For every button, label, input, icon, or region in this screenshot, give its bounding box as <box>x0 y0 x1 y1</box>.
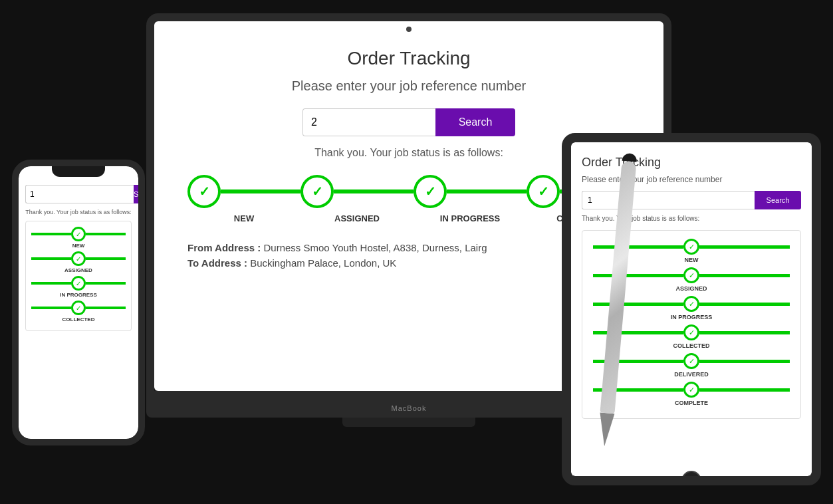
tablet-home-button[interactable] <box>681 471 701 485</box>
step-circle-inprogress: ✓ <box>414 175 447 208</box>
tablet-line-left-new <box>593 245 683 249</box>
step-line-assigned-inprogress <box>334 189 414 193</box>
from-address-value: Durness Smoo Youth Hostel, A838, Durness… <box>263 242 487 253</box>
tablet-step-complete: ✓ COMPLETE <box>593 382 790 406</box>
progress-step-inprogress: ✓ IN PROGRESS <box>414 175 527 223</box>
phone-line-left-new <box>31 233 71 235</box>
tablet-page-title: Order Tracking <box>582 156 801 170</box>
phone-screen: Search Thank you. Your job status is as … <box>19 166 138 439</box>
phone-step-label-new: NEW <box>72 243 85 249</box>
phone-line-left-collected <box>31 307 71 309</box>
tablet-circle-delivered: ✓ <box>683 353 699 369</box>
phone-search-input[interactable] <box>25 185 134 203</box>
phone-step-new: ✓ NEW <box>31 227 126 249</box>
step-label-inprogress: IN PROGRESS <box>440 213 500 223</box>
phone-step-collected: ✓ COLLECTED <box>31 301 126 322</box>
tablet-step-label-collected: COLLECTED <box>673 342 710 349</box>
stylus-top <box>622 153 638 162</box>
tablet-circle-new: ✓ <box>683 239 699 255</box>
laptop-camera <box>406 27 412 32</box>
stylus-tip <box>597 412 614 447</box>
tablet-circle-complete: ✓ <box>683 382 699 398</box>
from-address-label: From Address : <box>187 242 261 253</box>
phone-steps-container: ✓ NEW ✓ ASSIGNED <box>25 221 132 331</box>
tablet-line-right-collected <box>699 331 790 334</box>
tablet-search-input[interactable] <box>582 191 755 209</box>
phone-step-assigned: ✓ ASSIGNED <box>31 251 126 273</box>
laptop-page-subtitle: Please enter your job reference number <box>292 78 526 94</box>
laptop-search-row: Search <box>302 108 515 136</box>
tablet-line-right-assigned <box>699 274 790 277</box>
phone-notch <box>52 166 105 177</box>
phone-line-right-new <box>86 233 126 235</box>
step-label-assigned: ASSIGNED <box>334 213 380 223</box>
laptop-search-button[interactable]: Search <box>435 108 515 136</box>
phone-circle-assigned: ✓ <box>71 251 86 266</box>
tablet-line-left-assigned <box>593 274 683 277</box>
progress-step-new: ✓ NEW <box>187 175 300 223</box>
tablet-camera <box>689 136 694 141</box>
laptop-page-title: Order Tracking <box>347 48 470 69</box>
tablet-circle-inprogress: ✓ <box>683 296 699 312</box>
to-address-label: To Address : <box>187 257 247 269</box>
tablet-circle-collected: ✓ <box>683 324 699 340</box>
phone-line-left-inprogress <box>31 282 71 285</box>
phone-circle-new: ✓ <box>71 227 86 241</box>
tablet-step-label-new: NEW <box>685 257 699 263</box>
phone-step-label-assigned: ASSIGNED <box>64 267 92 273</box>
phone-line-right-inprogress <box>86 282 126 285</box>
tablet-page-subtitle: Please enter your job reference number <box>582 175 801 184</box>
phone-device: Search Thank you. Your job status is as … <box>12 160 145 445</box>
tablet-step-label-inprogress: IN PROGRESS <box>671 314 713 320</box>
phone-circle-collected: ✓ <box>71 301 86 315</box>
phone-line-left-assigned <box>31 257 71 260</box>
tablet-line-right-complete <box>699 388 790 392</box>
step-line-inprogress-collected <box>447 189 527 193</box>
phone-status-text: Thank you. Your job status is as follows… <box>25 209 132 215</box>
phone-body: Search Thank you. Your job status is as … <box>12 160 145 445</box>
tablet-step-label-complete: COMPLETE <box>675 400 708 406</box>
phone-line-right-assigned <box>86 257 126 260</box>
tablet-step-delivered: ✓ DELIVERED <box>593 353 790 378</box>
phone-line-right-collected <box>86 307 126 309</box>
to-address-value: Buckingham Palace, London, UK <box>250 257 396 269</box>
tablet-line-right-inprogress <box>699 303 790 306</box>
phone-search-button[interactable]: Search <box>134 185 138 203</box>
tablet-search-button[interactable]: Search <box>755 191 801 209</box>
phone-step-label-inprogress: IN PROGRESS <box>60 292 97 298</box>
step-label-new: NEW <box>234 213 254 223</box>
tablet-line-right-delivered <box>699 360 790 363</box>
progress-step-assigned: ✓ ASSIGNED <box>300 175 414 223</box>
tablet-line-right-new <box>699 245 790 249</box>
laptop-status-text: Thank you. Your job status is as follows… <box>314 147 503 159</box>
tablet-circle-assigned: ✓ <box>683 267 699 283</box>
laptop-search-input[interactable] <box>302 108 435 136</box>
step-line-new-assigned <box>221 189 300 193</box>
step-circle-new: ✓ <box>187 175 221 208</box>
phone-step-label-collected: COLLECTED <box>62 316 95 322</box>
tablet-step-label-assigned: ASSIGNED <box>675 285 707 292</box>
laptop-brand: MacBook <box>392 404 427 412</box>
step-circle-collected: ✓ <box>527 175 560 208</box>
tablet-step-label-delivered: DELIVERED <box>674 371 709 378</box>
laptop-stand <box>342 418 475 427</box>
step-circle-assigned: ✓ <box>300 175 334 208</box>
phone-circle-inprogress: ✓ <box>71 276 86 291</box>
phone-search-row: Search <box>25 185 132 203</box>
phone-step-inprogress: ✓ IN PROGRESS <box>31 276 126 298</box>
